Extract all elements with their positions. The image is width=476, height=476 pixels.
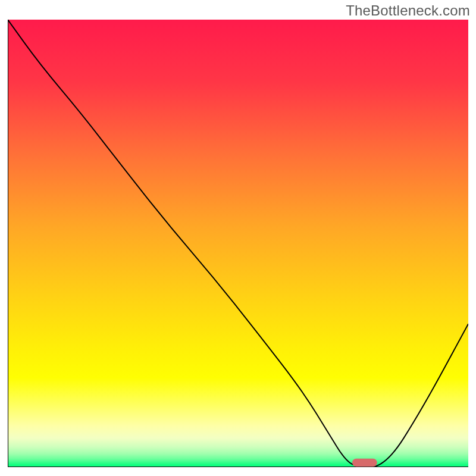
chart-svg [8, 20, 468, 467]
bottleneck-chart [8, 20, 468, 467]
optimal-marker [352, 459, 377, 467]
chart-stage: TheBottleneck.com [0, 0, 476, 476]
gradient-fill [8, 20, 468, 467]
watermark-text: TheBottleneck.com [346, 2, 470, 19]
